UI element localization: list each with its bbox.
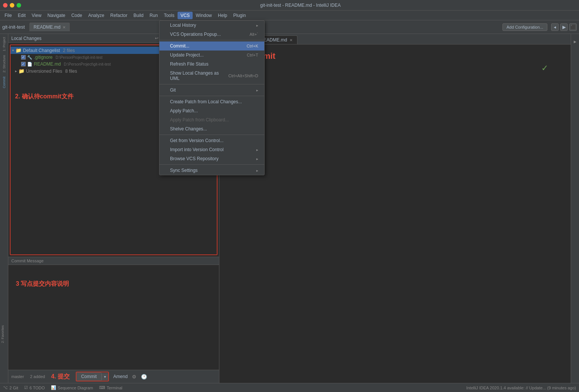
local-changes-title: Local Changes xyxy=(11,36,41,41)
sequence-icon: 📊 xyxy=(51,385,56,390)
changelist-count: 2 files xyxy=(63,48,75,53)
menu-commit-label: Commit... xyxy=(170,43,189,49)
expand-arrow: ▾ xyxy=(12,48,14,52)
menu-vcs-operations-label: VCS Operations Popup... xyxy=(170,32,221,37)
menu-build[interactable]: Build xyxy=(130,12,147,19)
right-sidebar-icon-1[interactable]: ▸ xyxy=(572,37,578,46)
undo-button[interactable]: ↩ xyxy=(154,35,159,41)
annotation-step4: 4. 提交 xyxy=(51,373,70,381)
amend-checkbox[interactable]: Amend xyxy=(112,374,128,379)
changelist-name: Default Changelist xyxy=(23,48,60,53)
file-checkbox-readme[interactable]: ✓ xyxy=(21,62,26,66)
menu-get-from-vcs[interactable]: Get from Version Control... xyxy=(159,136,264,145)
menu-tools[interactable]: Tools xyxy=(161,12,178,19)
menu-local-history[interactable]: Local History ▸ xyxy=(159,21,264,30)
tab-readme-close[interactable]: ✕ xyxy=(63,25,66,29)
branch-name: master xyxy=(11,374,24,379)
vcs-dropdown-menu: Local History ▸ VCS Operations Popup... … xyxy=(159,20,265,175)
status-todo[interactable]: ☑ 6 TODO xyxy=(24,385,45,390)
menu-import-vcs[interactable]: Import into Version Control ▸ xyxy=(159,145,264,154)
window-controls xyxy=(3,3,21,8)
status-terminal[interactable]: ⌨ Terminal xyxy=(99,385,123,390)
commit-message-label: Commit Message xyxy=(8,257,219,265)
menu-navigate[interactable]: Navigate xyxy=(44,12,68,19)
shortcut-show-local: Ctrl+Alt+Shift+D xyxy=(228,74,258,78)
menu-apply-patch[interactable]: Apply Patch... xyxy=(159,106,264,115)
status-git[interactable]: ⌥ 2 Git xyxy=(3,385,18,390)
title-bar: git-init-test - README.md - IntelliJ IDE… xyxy=(0,0,579,11)
run-next-button[interactable]: ▶ xyxy=(560,23,568,31)
close-button[interactable] xyxy=(3,3,8,8)
tab-readme-editor-close[interactable]: ✕ xyxy=(290,38,293,42)
tab-readme[interactable]: README.md ✕ xyxy=(29,23,70,31)
run-prev-button[interactable]: ◂ xyxy=(551,23,559,31)
menu-view[interactable]: View xyxy=(29,12,44,19)
shortcut-update: Ctrl+T xyxy=(247,53,258,57)
clock-button[interactable]: 🕐 xyxy=(141,373,147,380)
menu-create-patch[interactable]: Create Patch from Local Changes... xyxy=(159,97,264,106)
status-sequence-diagram[interactable]: 📊 Sequence Diagram xyxy=(51,385,93,390)
commit-button-group: Commit ▾ xyxy=(76,372,109,381)
file-path-gitignore: D:\PersonProject\git-init-test xyxy=(55,55,103,60)
sidebar-item-commit[interactable]: Commit xyxy=(2,75,7,90)
add-configuration-button[interactable]: Add Configuration... xyxy=(502,23,547,31)
menu-vcs[interactable]: VCS xyxy=(178,12,193,19)
menu-refresh-status[interactable]: Refresh File Status xyxy=(159,60,264,69)
menu-run[interactable]: Run xyxy=(147,12,161,19)
menu-git[interactable]: Git ▸ xyxy=(159,86,264,95)
arrow-git: ▸ xyxy=(256,88,258,92)
file-name-readme: README.md xyxy=(34,61,61,67)
menu-file[interactable]: File xyxy=(2,12,15,19)
menu-vcs-operations[interactable]: VCS Operations Popup... Alt+` xyxy=(159,30,264,39)
commit-main-button[interactable]: Commit xyxy=(77,372,101,381)
menu-help[interactable]: Help xyxy=(215,12,230,19)
menu-plugin[interactable]: Plugin xyxy=(230,12,249,19)
menu-show-local-changes[interactable]: Show Local Changes as UML Ctrl+Alt+Shift… xyxy=(159,69,264,83)
file-checkbox-gitignore[interactable]: ✓ xyxy=(21,55,26,60)
separator-5 xyxy=(159,164,264,165)
menu-edit[interactable]: Edit xyxy=(15,12,29,19)
menu-browse-vcs-label: Browse VCS Repository xyxy=(170,156,219,161)
sequence-label: Sequence Diagram xyxy=(58,386,93,390)
toolbar: git-init-test README.md ✕ Add Configurat… xyxy=(0,20,579,34)
arrow-local-history: ▸ xyxy=(256,23,258,28)
menu-show-local-label: Show Local Changes as UML xyxy=(170,70,221,81)
editor-content: 1. 先commit ✓ xyxy=(219,44,571,383)
arrow-import-vcs: ▸ xyxy=(256,148,258,152)
menu-refresh-label: Refresh File Status xyxy=(170,61,208,67)
sidebar-item-structure[interactable]: 2: Structure xyxy=(2,54,7,74)
commit-message-text[interactable]: 3 写点提交内容说明 xyxy=(8,265,219,370)
git-icon: ⌥ xyxy=(3,385,8,390)
menu-refactor[interactable]: Refactor xyxy=(107,12,130,19)
annotation-step1: 1. 先commit xyxy=(228,51,562,62)
menu-commit[interactable]: Commit... Ctrl+K xyxy=(159,41,264,51)
shortcut-vcs-operations: Alt+` xyxy=(250,32,258,37)
minimize-button[interactable] xyxy=(10,3,14,8)
checkmark-icon: ✓ xyxy=(541,63,548,73)
menu-import-vcs-label: Import into Version Control xyxy=(170,147,224,152)
menu-update-project[interactable]: Update Project... Ctrl+T xyxy=(159,51,264,60)
menu-browse-vcs[interactable]: Browse VCS Repository ▸ xyxy=(159,154,264,163)
todo-icon: ☑ xyxy=(24,385,28,390)
tab-readme-label: README.md xyxy=(34,24,60,30)
menu-sync-settings[interactable]: Sync Settings ▸ xyxy=(159,166,264,175)
menu-analyze[interactable]: Analyze xyxy=(85,12,107,19)
commit-dropdown-button[interactable]: ▾ xyxy=(101,373,108,380)
sidebar-item-project[interactable]: 1: Project xyxy=(2,35,7,53)
menu-code[interactable]: Code xyxy=(68,12,85,19)
commit-message-area: Commit Message 3 写点提交内容说明 xyxy=(8,257,219,370)
status-update[interactable]: IntelliJ IDEA 2020.1.4 available: // Upd… xyxy=(466,386,576,390)
menu-window[interactable]: Window xyxy=(193,12,215,19)
right-sidebar: ▸ xyxy=(571,34,579,383)
shortcut-commit: Ctrl+K xyxy=(247,44,258,48)
menu-shelve-changes[interactable]: Shelve Changes... xyxy=(159,124,264,133)
run-stop-button[interactable]: ⬛ xyxy=(569,23,577,31)
file-path-readme: D:\PersonProject\git-init-test xyxy=(64,62,111,66)
window-title: git-init-test - README.md - IntelliJ IDE… xyxy=(25,3,576,8)
unversioned-arrow: ▸ xyxy=(15,69,17,73)
maximize-button[interactable] xyxy=(17,3,21,8)
arrow-browse-vcs: ▸ xyxy=(256,157,258,161)
separator-1 xyxy=(159,40,264,40)
sidebar-item-favorites[interactable]: 2: Favorites xyxy=(0,324,8,345)
settings-button[interactable]: ⚙ xyxy=(131,373,138,380)
